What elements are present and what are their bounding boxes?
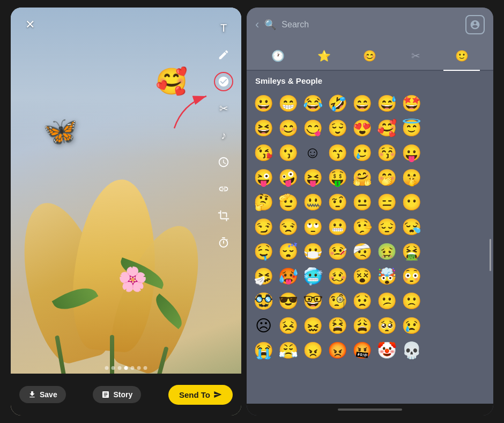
emoji-cell[interactable]: 😔 <box>374 214 399 239</box>
emoji-cell[interactable]: 🤩 <box>399 91 424 115</box>
text-tool-icon[interactable]: T <box>214 18 233 38</box>
emoji-cell[interactable]: 😆 <box>251 115 276 140</box>
tab-favorites[interactable]: ⭐ <box>301 46 347 65</box>
snapchat-sticker-icon[interactable] <box>465 15 485 34</box>
emoji-cell[interactable]: 😗 <box>276 140 300 165</box>
emoji-cell[interactable]: 😅 <box>374 91 399 115</box>
emoji-cell[interactable]: 💀 <box>399 338 424 362</box>
emoji-cell[interactable]: ☺ <box>300 140 325 165</box>
emoji-cell[interactable]: 😄 <box>350 91 374 115</box>
emoji-cell[interactable]: 😵 <box>350 264 374 288</box>
emoji-cell[interactable]: ☹ <box>251 313 276 338</box>
emoji-cell[interactable]: 😖 <box>300 313 325 338</box>
emoji-cell[interactable]: 😋 <box>300 115 325 140</box>
emoji-cell[interactable]: 😀 <box>251 91 276 115</box>
tab-smileys[interactable]: 😊 <box>347 46 393 65</box>
link-tool-icon[interactable] <box>214 179 233 199</box>
butterfly-sticker[interactable]: 🦋 <box>43 115 78 148</box>
send-to-button[interactable]: Send To <box>168 385 233 405</box>
emoji-cell[interactable]: 🙄 <box>300 214 325 239</box>
emoji-cell[interactable]: 😠 <box>300 338 325 362</box>
emoji-cell[interactable]: 😢 <box>399 313 424 338</box>
emoji-cell[interactable]: 🤫 <box>399 165 424 189</box>
tab-recent[interactable]: 🕐 <box>255 46 301 65</box>
emoji-cell[interactable]: 🥴 <box>325 264 350 288</box>
emoji-cell[interactable]: 🥵 <box>276 264 300 288</box>
emoji-cell[interactable]: 😩 <box>350 313 374 338</box>
emoji-cell[interactable]: 😊 <box>276 115 300 140</box>
emoji-cell[interactable]: 😪 <box>399 214 424 239</box>
emoji-cell[interactable]: 🤐 <box>300 189 325 214</box>
emoji-cell[interactable]: 😕 <box>374 288 399 313</box>
story-button[interactable]: Story <box>93 386 141 403</box>
emoji-cell[interactable]: 😟 <box>350 288 374 313</box>
emoji-cell[interactable]: 🤒 <box>325 239 350 264</box>
sticker-tool-icon[interactable] <box>214 72 233 91</box>
emoji-cell[interactable]: 🤧 <box>251 264 276 288</box>
emoji-cell[interactable]: 🥲 <box>350 140 374 165</box>
close-button[interactable]: ✕ <box>21 16 39 33</box>
emoji-cell[interactable]: 😴 <box>276 239 300 264</box>
emoji-cell[interactable]: 🤣 <box>325 91 350 115</box>
draw-tool-icon[interactable] <box>214 45 233 64</box>
emoji-cell[interactable]: 😫 <box>325 313 350 338</box>
emoji-cell[interactable]: 🤢 <box>374 239 399 264</box>
emoji-cell[interactable]: 😬 <box>325 214 350 239</box>
emoji-cell[interactable]: 😙 <box>325 140 350 165</box>
search-input[interactable]: Search <box>281 20 460 30</box>
emoji-cell[interactable]: 🤗 <box>350 165 374 189</box>
emoji-cell[interactable]: 🤥 <box>350 214 374 239</box>
emoji-cell[interactable]: 🤯 <box>374 264 399 288</box>
emoji-cell[interactable]: 🤨 <box>325 189 350 214</box>
crop-tool-icon[interactable] <box>214 206 233 225</box>
scissors-tool-icon[interactable]: ✂ <box>214 99 233 118</box>
emoji-cell[interactable]: 🫡 <box>276 189 300 214</box>
tab-active[interactable]: 🙂 <box>439 46 485 65</box>
emoji-cell[interactable]: 😇 <box>399 115 424 140</box>
emoji-cell[interactable]: 😏 <box>251 214 276 239</box>
timer2-tool-icon[interactable] <box>214 233 233 252</box>
emoji-cell[interactable]: 🥶 <box>300 264 325 288</box>
music-tool-icon[interactable]: ♪ <box>214 126 233 145</box>
emoji-cell[interactable]: 😒 <box>276 214 300 239</box>
emoji-cell[interactable]: 😭 <box>251 338 276 362</box>
emoji-cell[interactable]: 😁 <box>276 91 300 115</box>
emoji-cell[interactable]: 🤑 <box>325 165 350 189</box>
emoji-cell[interactable]: 🧐 <box>325 288 350 313</box>
emoji-cell[interactable]: 😜 <box>251 165 276 189</box>
emoji-cell[interactable]: 😑 <box>374 189 399 214</box>
emoji-cell[interactable]: 😘 <box>251 140 276 165</box>
flower-sticker[interactable]: 🌸 <box>118 265 147 293</box>
save-button[interactable]: Save <box>19 386 66 403</box>
emoji-cell[interactable]: 😍 <box>350 115 374 140</box>
emoji-grid[interactable]: 😀 😁 😂 🤣 😄 😅 🤩 😆 😊 😋 😌 😍 🥰 😇 😘 <box>247 89 493 404</box>
emoji-cell[interactable]: 😎 <box>276 288 300 313</box>
emoji-cell[interactable]: 🥸 <box>251 288 276 313</box>
timer-tool-icon[interactable] <box>214 152 233 172</box>
emoji-cell[interactable]: 😂 <box>300 91 325 115</box>
emoji-cell[interactable]: 😝 <box>300 165 325 189</box>
emoji-cell[interactable]: 😤 <box>276 338 300 362</box>
emoji-cell[interactable]: 😣 <box>276 313 300 338</box>
emoji-cell[interactable]: 🤭 <box>374 165 399 189</box>
emoji-cell[interactable]: 😡 <box>325 338 350 362</box>
emoji-cell[interactable]: 🤬 <box>350 338 374 362</box>
emoji-cell[interactable]: 🤔 <box>251 189 276 214</box>
emoji-cell[interactable]: 🥺 <box>374 313 399 338</box>
emoji-cell[interactable]: 🤡 <box>374 338 399 362</box>
emoji-cell[interactable]: 😶 <box>399 189 424 214</box>
emoji-cell[interactable]: 🤕 <box>350 239 374 264</box>
emoji-cell[interactable]: 🤪 <box>276 165 300 189</box>
emoji-cell[interactable]: 😳 <box>399 264 424 288</box>
emoji-cell[interactable]: 🙁 <box>399 288 424 313</box>
back-button[interactable]: ‹ <box>255 18 259 32</box>
emoji-cell[interactable]: 🥰 <box>374 115 399 140</box>
emoji-cell[interactable]: 😷 <box>300 239 325 264</box>
tab-scissors[interactable]: ✂ <box>393 46 439 65</box>
emoji-cell[interactable]: 🤮 <box>399 239 424 264</box>
emoji-cell[interactable]: 😚 <box>374 140 399 165</box>
emoji-cell[interactable]: 🤤 <box>251 239 276 264</box>
emoji-cell[interactable]: 😛 <box>399 140 424 165</box>
emoji-cell[interactable]: 😌 <box>325 115 350 140</box>
emoji-cell[interactable]: 😐 <box>350 189 374 214</box>
